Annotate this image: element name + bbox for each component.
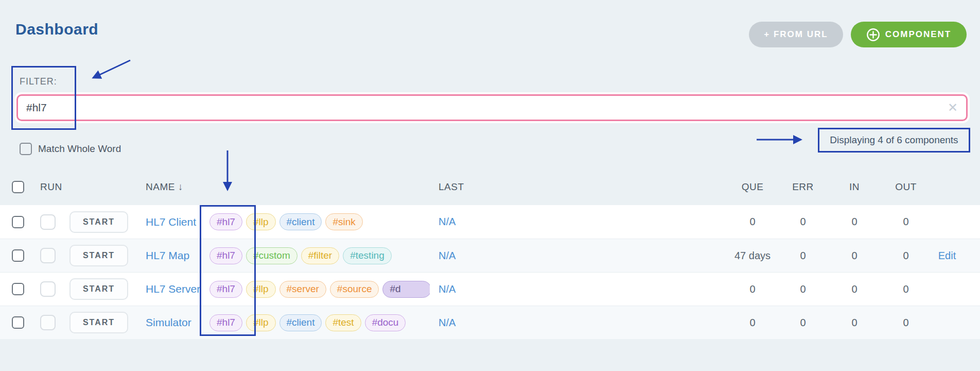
in-value: 0 — [829, 205, 880, 239]
table-row: START Simulator #hl7#llp#client#test#doc… — [0, 306, 980, 339]
tag[interactable]: #hl7 — [209, 314, 242, 331]
result-count-annotation-box: Displaying 4 of 6 components — [818, 128, 970, 153]
run-toggle[interactable] — [40, 281, 56, 297]
tag[interactable]: #hl7 — [209, 281, 242, 298]
row-checkbox[interactable] — [12, 316, 24, 329]
table-body: START HL7 Client #hl7#llp#client#sink N/… — [0, 205, 980, 339]
column-header-run: RUN — [40, 174, 62, 200]
match-whole-word-row: Match Whole Word — [20, 143, 121, 155]
row-checkbox[interactable] — [12, 216, 24, 228]
start-button[interactable]: START — [69, 211, 128, 233]
row-checkbox[interactable] — [12, 283, 24, 295]
column-header-out: OUT — [880, 174, 932, 200]
select-all-checkbox[interactable] — [12, 181, 24, 193]
tag[interactable]: #test — [325, 314, 361, 331]
last-value[interactable]: N/A — [439, 317, 456, 329]
err-value: 0 — [777, 306, 829, 339]
que-value: 0 — [727, 273, 778, 306]
filter-field-wrapper: ✕ — [16, 94, 968, 121]
start-button[interactable]: START — [69, 278, 128, 300]
tag[interactable]: #filter — [301, 247, 339, 264]
component-name-link[interactable]: Simulator — [146, 316, 191, 329]
err-value: 0 — [777, 273, 829, 306]
page-title: Dashboard — [15, 21, 98, 38]
que-value: 47 days — [727, 239, 778, 272]
match-whole-word-label: Match Whole Word — [38, 143, 121, 155]
filter-arrow — [93, 60, 130, 78]
edit-link[interactable]: Edit — [938, 250, 956, 262]
table-row: START HL7 Map #hl7#custom#filter#testing… — [0, 239, 980, 272]
tag[interactable]: #client — [279, 213, 322, 230]
column-header-name[interactable]: NAME ↓ — [146, 174, 183, 200]
tag[interactable]: #sink — [325, 213, 362, 230]
run-toggle[interactable] — [40, 214, 56, 230]
tag[interactable]: #client — [279, 314, 322, 331]
filter-input[interactable] — [18, 96, 966, 120]
start-button[interactable]: START — [69, 312, 128, 333]
column-header-in: IN — [829, 174, 880, 200]
tag[interactable]: #testing — [343, 247, 392, 264]
tag[interactable]: #llp — [246, 281, 276, 298]
clear-filter-icon[interactable]: ✕ — [948, 102, 958, 114]
column-header-que: QUE — [727, 174, 778, 200]
component-name-link[interactable]: HL7 Client — [146, 216, 196, 228]
in-value: 0 — [829, 239, 880, 272]
sort-descending-icon: ↓ — [178, 181, 183, 193]
tag-list: #hl7#llp#client#sink — [209, 205, 430, 239]
tag[interactable]: #llp — [246, 314, 276, 331]
err-value: 0 — [777, 239, 829, 272]
in-value: 0 — [829, 273, 880, 306]
tag-list: #hl7#llp#client#test#docu — [209, 306, 430, 339]
component-name-link[interactable]: HL7 Server — [146, 283, 200, 295]
from-url-button-label: + FROM URL — [764, 29, 828, 40]
start-button[interactable]: START — [69, 245, 128, 266]
from-url-button[interactable]: + FROM URL — [749, 22, 843, 47]
in-value: 0 — [829, 306, 880, 339]
tag[interactable]: #docu — [365, 314, 406, 331]
column-header-name-label: NAME — [146, 181, 175, 193]
tag-list: #hl7#llp#server#source#d — [209, 273, 430, 306]
table-row: START HL7 Server #hl7#llp#server#source#… — [0, 272, 980, 306]
filter-label: FILTER: — [20, 76, 57, 87]
column-header-err: ERR — [777, 174, 829, 200]
que-value: 0 — [727, 205, 778, 239]
match-whole-word-checkbox[interactable] — [20, 143, 32, 155]
tag[interactable]: #server — [279, 281, 326, 298]
add-component-button-label: COMPONENT — [885, 29, 952, 40]
tag[interactable]: #hl7 — [209, 213, 242, 230]
que-value: 0 — [727, 306, 778, 339]
last-value[interactable]: N/A — [439, 216, 456, 228]
dashboard-page: Dashboard + FROM URL COMPONENT FILTER: ✕… — [0, 0, 980, 371]
run-toggle[interactable] — [40, 248, 56, 263]
tag[interactable]: #source — [330, 281, 379, 298]
last-value[interactable]: N/A — [439, 283, 456, 295]
table-header: RUN NAME ↓ LAST QUE ERR IN OUT — [0, 174, 980, 200]
tag[interactable]: #d — [382, 281, 430, 298]
run-toggle[interactable] — [40, 315, 56, 330]
add-component-button[interactable]: COMPONENT — [851, 22, 967, 47]
err-value: 0 — [777, 205, 829, 239]
tag[interactable]: #custom — [246, 247, 297, 264]
last-value[interactable]: N/A — [439, 250, 456, 262]
component-name-link[interactable]: HL7 Map — [146, 249, 189, 262]
row-checkbox[interactable] — [12, 249, 24, 262]
plus-circle-icon — [866, 28, 880, 42]
result-count-text: Displaying 4 of 6 components — [830, 134, 958, 146]
tag-list: #hl7#custom#filter#testing — [209, 239, 430, 272]
table-row: START HL7 Client #hl7#llp#client#sink N/… — [0, 205, 980, 239]
column-header-last: LAST — [439, 174, 464, 200]
tag[interactable]: #llp — [246, 213, 276, 230]
tag[interactable]: #hl7 — [209, 247, 242, 264]
